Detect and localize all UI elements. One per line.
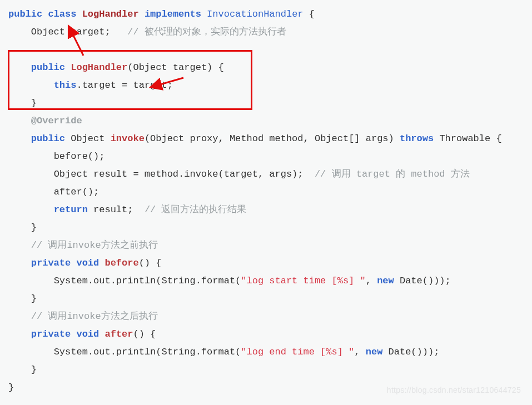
return-value: result; xyxy=(93,204,133,215)
string-literal: "log start time [%s] " xyxy=(241,276,365,286)
method-invoke: invoke xyxy=(111,133,145,144)
ctor-body: .target = target; xyxy=(76,80,172,91)
call-before: before(); xyxy=(54,151,105,162)
print-mid: , xyxy=(354,347,365,357)
print-left: System.out.println(String.format( xyxy=(54,347,241,357)
keyword-public: public xyxy=(8,9,42,19)
comment: // 返回方法的执行结果 xyxy=(145,204,247,215)
before-params: () { xyxy=(139,258,162,268)
keyword-this: this xyxy=(54,80,77,91)
comment: // 被代理的对象，实际的方法执行者 xyxy=(127,27,286,37)
brace-close: } xyxy=(31,293,37,304)
annotation-override: @Override xyxy=(31,116,82,126)
print-right: Date())); xyxy=(382,347,439,357)
comment: // 调用 target 的 method 方法 xyxy=(315,169,470,179)
class-close: } xyxy=(8,382,14,393)
brace-close: } xyxy=(31,222,37,233)
type: Object xyxy=(31,27,65,37)
keyword-throws: throws xyxy=(400,133,434,144)
constructor-name: LogHandler xyxy=(71,62,127,73)
code-block: public class LogHandler implements Invoc… xyxy=(8,6,524,397)
interface-name: InvocationHandler xyxy=(207,9,303,19)
brace-close: } xyxy=(31,98,37,108)
comment-before: // 调用invoke方法之前执行 xyxy=(31,240,158,251)
result-line: Object result = method.invoke(target, ar… xyxy=(54,169,304,179)
keyword-implements: implements xyxy=(145,9,201,19)
class-name: LogHandler xyxy=(82,9,139,19)
field: target; xyxy=(71,27,110,37)
throwable: Throwable { xyxy=(439,133,501,144)
after-params: () { xyxy=(133,329,156,339)
print-mid: , xyxy=(366,276,377,286)
keyword-void: void xyxy=(76,258,99,268)
string-literal: "log end time [%s] " xyxy=(241,347,354,357)
keyword-private: private xyxy=(31,329,71,339)
brace: { xyxy=(309,9,315,19)
method-before: before xyxy=(105,258,138,268)
print-left: System.out.println(String.format( xyxy=(54,276,241,286)
keyword-public: public xyxy=(31,62,65,73)
keyword-class: class xyxy=(48,9,76,19)
ctor-params: (Object target) { xyxy=(127,62,223,73)
keyword-void: void xyxy=(76,329,99,339)
comment-after: // 调用invoke方法之后执行 xyxy=(31,311,158,322)
keyword-return: return xyxy=(54,204,88,215)
watermark: https://blog.csdn.net/star1210644725 xyxy=(387,381,521,399)
method-after: after xyxy=(105,329,133,339)
return-type: Object xyxy=(71,133,105,144)
keyword-new: new xyxy=(366,347,383,357)
keyword-public: public xyxy=(31,133,65,144)
call-after: after(); xyxy=(54,187,100,197)
keyword-private: private xyxy=(31,258,71,268)
print-right: Date())); xyxy=(394,276,451,286)
keyword-new: new xyxy=(377,276,394,286)
invoke-params: (Object proxy, Method method, Object[] a… xyxy=(145,133,394,144)
brace-close: } xyxy=(31,364,37,375)
